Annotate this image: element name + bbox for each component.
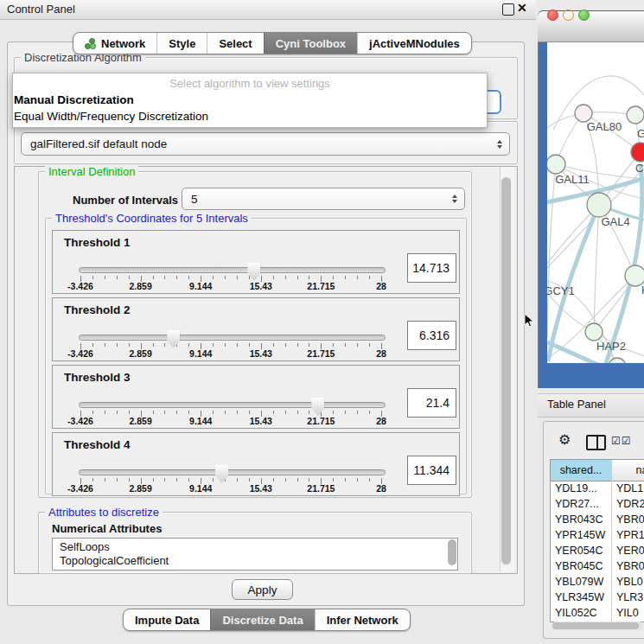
network-node[interactable] <box>609 358 626 363</box>
slider-tick <box>164 411 165 414</box>
dropdown-option-manual-discretization[interactable]: Manual Discretization <box>13 92 487 108</box>
network-canvas[interactable]: GAL80GACGAL11GAL4GCY1HHAP2 <box>547 42 644 363</box>
slider-thumb[interactable] <box>215 465 228 483</box>
table-row[interactable]: YER054CYER0 <box>551 543 644 558</box>
tab-infer-network[interactable]: Infer Network <box>315 609 410 630</box>
slider-tick <box>153 411 154 414</box>
attributes-list[interactable]: SelfLoopsTopologicalCoefficientBetweenne… <box>52 538 458 571</box>
network-node-gal11[interactable] <box>547 155 565 174</box>
tab-label: Infer Network <box>327 614 399 627</box>
slider-tick <box>297 343 298 347</box>
slider-tick-label: 2.859 <box>129 416 151 426</box>
float-window-icon[interactable] <box>502 3 514 16</box>
slider-tick <box>188 343 189 347</box>
close-window-icon[interactable]: ✕ <box>517 1 527 15</box>
table-row[interactable]: YIL052CYIL0 <box>551 605 644 621</box>
slider-track[interactable] <box>79 267 386 273</box>
slider-tick <box>92 411 93 414</box>
slider-tick <box>237 411 238 414</box>
threshold-label: Threshold 2 <box>64 303 131 316</box>
zoom-traffic-light-icon[interactable] <box>578 10 590 21</box>
table-row[interactable]: YBR043CYBR0 <box>551 512 644 527</box>
close-traffic-light-icon[interactable] <box>547 10 558 21</box>
slider-tick-label: 2.859 <box>129 281 151 291</box>
tab-label: Network <box>101 37 145 50</box>
tab-jactivemnodules[interactable]: jActiveMNodules <box>357 33 471 54</box>
slider-tick <box>92 478 93 481</box>
threshold-value-field[interactable]: 21.4 <box>407 388 456 418</box>
table-row[interactable]: YPR145WYPR1 <box>551 527 644 543</box>
tab-style[interactable]: Style <box>156 33 207 54</box>
table-hscrollbar-thumb[interactable] <box>552 622 639 629</box>
slider-tick <box>273 478 274 481</box>
attributes-scrollbar-thumb[interactable] <box>448 539 456 565</box>
slider-thumb[interactable] <box>167 330 180 348</box>
slider-tick-label: 9.144 <box>189 348 212 359</box>
slider-tick <box>249 276 250 279</box>
table-data-combo-value: galFiltered.sif default node <box>30 137 167 150</box>
threshold-value-field[interactable]: 14.713 <box>407 253 456 283</box>
slider-tick <box>164 343 165 347</box>
checkboxes-icon[interactable]: ☑☑ <box>611 435 632 447</box>
table-row[interactable]: YLR345WYLR3 <box>551 590 644 605</box>
number-of-intervals-combo[interactable]: 5 <box>182 188 465 210</box>
screen: Control Panel ✕ NetworkStyleSelectCyni T… <box>0 0 644 644</box>
threshold-box-2: Threshold 2-3.4262.8599.14415.4321.71528… <box>52 297 460 361</box>
algorithm-dropdown: Select algorithm to view settings Manual… <box>12 73 488 128</box>
tab-network[interactable]: Network <box>73 33 156 54</box>
table-row[interactable]: YDL19...YDL1 <box>551 481 644 496</box>
table-hscrollbar-track[interactable] <box>552 622 643 630</box>
gear-icon[interactable]: ⚙ <box>558 431 571 448</box>
tab-select[interactable]: Select <box>207 33 263 54</box>
attribute-item-topologicalcoefficient[interactable]: TopologicalCoefficient <box>53 554 457 568</box>
tab-label: jActiveMNodules <box>369 37 460 50</box>
slider-tick <box>153 276 154 279</box>
attribute-item-selfloops[interactable]: SelfLoops <box>53 540 457 554</box>
network-node-gal80[interactable] <box>575 105 592 122</box>
column-header-1[interactable]: shared... <box>551 460 612 481</box>
network-node-ga[interactable] <box>627 106 644 124</box>
attribute-item-betweennesscentrality[interactable]: BetweennessCentrality <box>53 567 457 571</box>
slider-tick-label: 21.715 <box>307 281 335 291</box>
threshold-value-field[interactable]: 6.316 <box>407 321 456 350</box>
slider-tick-label: 15.43 <box>250 483 272 494</box>
tab-impute-data[interactable]: Impute Data <box>124 609 210 630</box>
slider-track[interactable] <box>79 335 386 341</box>
column-header-2[interactable]: na <box>612 460 644 481</box>
slider-tick <box>297 276 298 279</box>
slider-tick-label: -3.426 <box>67 483 93 494</box>
dropdown-option-equal-width-frequency-discretization[interactable]: Equal Width/Frequency Discretization <box>13 108 487 124</box>
columns-icon[interactable] <box>586 435 606 450</box>
slider-tick <box>273 343 274 347</box>
threshold-value-field[interactable]: 11.344 <box>407 456 456 485</box>
table-row[interactable]: YBR045CYBR0 <box>551 558 644 574</box>
slider-tick <box>117 276 118 279</box>
slider-tick-label: -3.426 <box>67 281 93 291</box>
table-row[interactable]: YBL079WYBL0 <box>551 574 644 590</box>
network-icon <box>85 38 96 49</box>
slider-track[interactable] <box>79 402 386 408</box>
settings-scrollbar-thumb[interactable] <box>501 177 511 564</box>
network-node-hap2[interactable] <box>585 323 603 341</box>
slider-tick-label: 28 <box>376 281 386 291</box>
table-row[interactable]: YDR27...YDR2 <box>551 496 644 512</box>
table-data-combo[interactable]: galFiltered.sif default node <box>21 132 510 156</box>
apply-button[interactable]: Apply <box>232 579 293 600</box>
slider-tick-label: 15.43 <box>250 416 272 426</box>
slider-tick <box>225 276 226 279</box>
mouse-cursor-icon <box>524 313 534 328</box>
tab-discretize-data[interactable]: Discretize Data <box>210 609 314 630</box>
node-table: shared...na YDL19...YDL1YDR27...YDR2YBR0… <box>550 459 644 622</box>
minimize-traffic-light-icon[interactable] <box>563 10 574 21</box>
slider-tick <box>153 478 154 481</box>
slider-tick <box>92 276 93 279</box>
slider-tick <box>237 478 238 481</box>
network-node-gal4[interactable] <box>587 193 611 217</box>
cell-shared-name: YER054C <box>555 543 603 558</box>
network-node-c[interactable] <box>631 143 644 162</box>
tab-cyni-toolbox[interactable]: Cyni Toolbox <box>264 33 357 54</box>
slider-tick <box>285 411 286 414</box>
slider-thumb[interactable] <box>311 398 324 416</box>
slider-track[interactable] <box>79 469 386 475</box>
slider-tick <box>345 276 346 279</box>
